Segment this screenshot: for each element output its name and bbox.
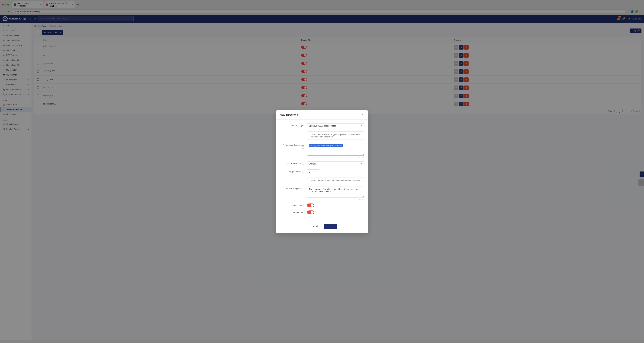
alarm-priority-label: Alarm Priority ? :	[280, 161, 305, 165]
enable-alert-field: Enable Alert :	[280, 210, 364, 214]
notice-template-count: 81/200	[307, 198, 364, 200]
trigger-times-input[interactable]	[307, 169, 320, 174]
threshold-hint-label: Supported Threshold Trigger Expression E…	[311, 133, 362, 138]
alarm-priority-select[interactable]: Warning	[307, 161, 364, 166]
global-default-toggle[interactable]	[307, 204, 314, 207]
threshold-expr-tooltip-icon[interactable]: ?	[302, 146, 304, 149]
threshold-hint-box: › Supported Threshold Trigger Expression…	[307, 131, 364, 140]
modal-header: New Threshold ✕	[276, 110, 368, 120]
threshold-expr-wrapper: <span style="background:#4a90e2;color:wh…	[307, 143, 364, 158]
metric-target-field: Metric Target : SpringBoot2.0 / threads …	[280, 123, 364, 128]
enable-alert-modal-toggle[interactable]	[307, 210, 314, 214]
global-default-slider	[307, 204, 314, 207]
enable-alert-wrapper	[307, 210, 364, 214]
ok-button[interactable]: OK	[324, 224, 337, 229]
notification-hint-row: › Supported notification template enviro…	[307, 178, 364, 183]
trigger-times-tooltip-icon[interactable]: ?	[302, 171, 304, 173]
threshold-expr-label: Threshold Trigger Expr ? :	[280, 143, 305, 149]
metric-target-select[interactable]: SpringBoot2.0 / threads / size	[307, 123, 364, 128]
notification-hint-label: Supported notification template environm…	[311, 179, 360, 182]
modal-body: Metric Target : SpringBoot2.0 / threads …	[276, 120, 368, 221]
threshold-hint-arrow-icon: ›	[310, 134, 310, 137]
threshold-hint-row: › Supported Threshold Trigger Expression…	[307, 131, 364, 140]
threshold-hint-header[interactable]: › Supported Threshold Trigger Expression…	[307, 132, 364, 139]
new-threshold-modal: New Threshold ✕ Metric Target : SpringBo…	[276, 110, 368, 233]
modal-title: New Threshold	[280, 113, 298, 116]
metric-target-wrapper: SpringBoot2.0 / threads / size	[307, 123, 364, 128]
enable-alert-label: Enable Alert :	[280, 210, 305, 214]
modal-footer: Cancel OK	[276, 221, 368, 233]
alarm-priority-field: Alarm Priority ? : Warning	[280, 161, 364, 166]
notice-template-label: Notice Template ? :	[280, 187, 305, 190]
threshold-expr-count: 37/100	[307, 156, 364, 158]
modal-close-button[interactable]: ✕	[361, 113, 364, 117]
alarm-priority-tooltip-icon[interactable]: ?	[302, 162, 304, 165]
trigger-times-wrapper	[307, 169, 364, 174]
notification-hint-box: › Supported notification template enviro…	[307, 178, 364, 183]
trigger-times-field: Trigger Times ? :	[280, 169, 364, 174]
threshold-expr-textarea[interactable]: <span style="background:#4a90e2;color:wh…	[307, 143, 364, 155]
global-default-field: Global Default :	[280, 204, 364, 207]
notice-template-textarea[interactable]	[307, 187, 364, 198]
alarm-priority-wrapper: Warning	[307, 161, 364, 166]
trigger-times-label: Trigger Times ? :	[280, 169, 305, 173]
global-default-wrapper	[307, 204, 364, 207]
notice-template-field: Notice Template ? : 81/200	[280, 187, 364, 200]
enable-alert-slider	[307, 210, 314, 214]
notice-template-tooltip-icon[interactable]: ?	[302, 188, 304, 190]
cancel-button[interactable]: Cancel	[307, 224, 322, 229]
notification-hint-header[interactable]: › Supported notification template enviro…	[307, 178, 364, 183]
global-default-label: Global Default :	[280, 204, 305, 207]
metric-target-label: Metric Target :	[280, 123, 305, 127]
notification-hint-arrow-icon: ›	[310, 179, 310, 181]
modal-overlay: New Threshold ✕ Metric Target : SpringBo…	[0, 0, 644, 340]
notice-template-wrapper: 81/200	[307, 187, 364, 200]
threshold-expr-field: Threshold Trigger Expr ? : <span style="…	[280, 143, 364, 158]
